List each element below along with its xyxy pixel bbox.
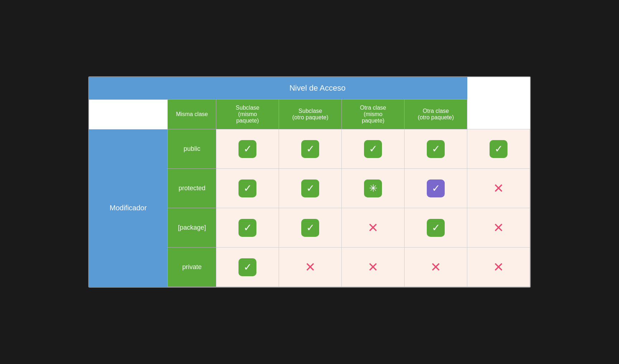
row-public: Modificador public ✓ ✓ ✓ ✓ ✓ [89,129,530,169]
check-icon: ✓ [427,140,445,158]
modificador-label: Modificador [89,129,168,287]
cross-icon: ✕ [490,179,507,197]
col-header-subclase-otro: Subclase(otro paquete) [279,100,342,129]
col-header-otra-mismo: Otra clase(mismopaquete) [342,100,405,129]
cross-icon: ✕ [364,258,382,276]
private-misma: ✓ [216,248,279,287]
column-headers-row: Misma clase Subclase(mismopaquete) Subcl… [89,100,530,129]
protected-otra-otro: ✕ [467,169,530,208]
check-icon: ✓ [301,179,319,197]
check-purple-icon: ✓ [427,179,445,197]
public-otra-otro: ✓ [467,129,530,169]
row-label-protected: protected [168,169,216,208]
check-icon: ✓ [490,140,507,158]
header-top-row: Nivel de Acceso [89,77,530,100]
check-icon: ✓ [301,140,319,158]
check-icon: ✓ [427,219,445,237]
private-otra-otro: ✕ [467,248,530,287]
package-subclase-mismo: ✓ [279,208,342,248]
corner-empty [89,77,168,100]
col-header-subclase-mismo: Subclase(mismopaquete) [216,100,279,129]
package-misma: ✓ [216,208,279,248]
public-subclase-otro: ✓ [342,129,405,169]
package-otra-otro: ✕ [467,208,530,248]
table-container: Nivel de Acceso Misma clase Subclase(mis… [88,76,531,288]
check-icon: ✓ [238,140,256,158]
protected-misma: ✓ [216,169,279,208]
cross-icon: ✕ [490,258,507,276]
package-subclase-otro: ✕ [342,208,405,248]
public-otra-mismo: ✓ [405,129,467,169]
col-header-empty [89,100,168,129]
package-otra-mismo: ✓ [405,208,467,248]
row-label-package: [package] [168,208,216,248]
public-misma: ✓ [216,129,279,169]
row-label-public: public [168,129,216,169]
col-header-otra-otro: Otra clase(otro paquete) [405,100,467,129]
check-icon: ✓ [301,219,319,237]
cross-icon: ✕ [427,258,445,276]
private-otra-mismo: ✕ [405,248,467,287]
col-header-misma-clase: Misma clase [168,100,216,129]
private-subclase-mismo: ✕ [279,248,342,287]
cross-icon: ✕ [364,219,382,237]
cross-icon: ✕ [490,219,507,237]
protected-subclase-otro: ✳ [342,169,405,208]
row-label-private: private [168,248,216,287]
cross-icon: ✕ [301,258,319,276]
check-icon: ✓ [238,258,256,276]
asterisk-icon: ✳ [364,179,382,197]
nivel-acceso-header: Nivel de Acceso [168,77,467,100]
check-icon: ✓ [238,219,256,237]
check-icon: ✓ [238,179,256,197]
private-subclase-otro: ✕ [342,248,405,287]
protected-otra-mismo: ✓ [405,169,467,208]
protected-subclase-mismo: ✓ [279,169,342,208]
check-icon: ✓ [364,140,382,158]
public-subclase-mismo: ✓ [279,129,342,169]
